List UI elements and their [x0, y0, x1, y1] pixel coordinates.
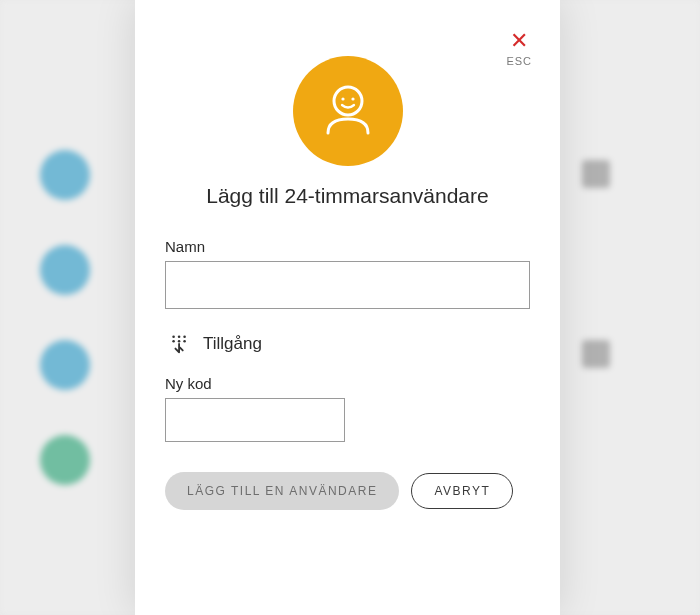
- add-user-button[interactable]: LÄGG TILL EN ANVÄNDARE: [165, 472, 399, 510]
- user-smile-icon: [316, 79, 380, 143]
- add-user-modal: ✕ ESC Lägg till 24-timmarsanvändare Namn…: [135, 0, 560, 615]
- svg-point-1: [341, 97, 344, 100]
- name-field-group: Namn: [165, 238, 530, 309]
- name-label: Namn: [165, 238, 530, 255]
- close-label: ESC: [506, 55, 532, 67]
- svg-point-2: [351, 97, 354, 100]
- button-row: LÄGG TILL EN ANVÄNDARE AVBRYT: [165, 472, 530, 510]
- code-input[interactable]: [165, 398, 345, 442]
- access-section: Tillgång: [165, 333, 530, 355]
- cancel-button[interactable]: AVBRYT: [411, 473, 513, 509]
- code-field-group: Ny kod: [165, 375, 530, 442]
- modal-title: Lägg till 24-timmarsanvändare: [165, 184, 530, 208]
- close-button[interactable]: ✕ ESC: [506, 30, 532, 67]
- user-avatar-circle: [293, 56, 403, 166]
- svg-point-5: [183, 335, 186, 338]
- svg-point-8: [183, 340, 186, 343]
- name-input[interactable]: [165, 261, 530, 309]
- close-icon: ✕: [510, 30, 528, 52]
- svg-point-3: [172, 335, 175, 338]
- svg-point-7: [178, 340, 181, 343]
- svg-point-6: [172, 340, 175, 343]
- code-label: Ny kod: [165, 375, 530, 392]
- keypad-icon: [169, 333, 191, 355]
- svg-point-0: [334, 87, 362, 115]
- svg-point-4: [178, 335, 181, 338]
- access-label: Tillgång: [203, 334, 262, 354]
